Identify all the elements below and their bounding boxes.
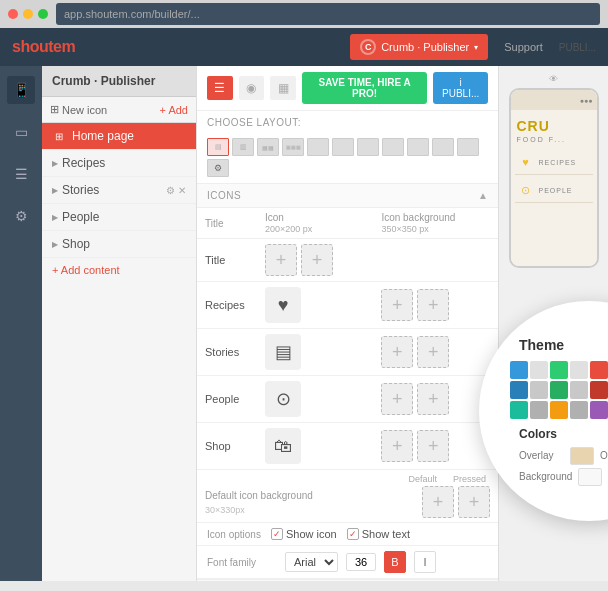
sidebar-item-phone[interactable]: 📱 [7, 76, 35, 104]
color-swatch[interactable] [510, 381, 528, 399]
image-layout-button[interactable]: ▦ [270, 76, 296, 100]
color-swatch[interactable] [530, 381, 548, 399]
layout-thumb-5[interactable] [307, 138, 329, 156]
table-row: Title + + [197, 239, 498, 282]
color-swatch[interactable] [570, 361, 588, 379]
pressed-label: Pressed [453, 474, 486, 484]
arrow-icon: ▶ [52, 213, 58, 222]
overlay-swatch[interactable] [570, 447, 594, 465]
row-shop-icon-cell: 🛍 [257, 423, 373, 470]
show-icon-checkbox[interactable]: ✓ [271, 528, 283, 540]
settings-icon[interactable]: ⚙ [166, 185, 175, 196]
circle-layout-button[interactable]: ◉ [239, 76, 265, 100]
add-button[interactable]: + Add [160, 104, 188, 116]
color-swatch[interactable] [550, 401, 568, 419]
arrow-icon: ▶ [52, 159, 58, 168]
add-icon-button[interactable]: + [381, 289, 413, 321]
default-add-button[interactable]: + [422, 486, 454, 518]
color-swatch[interactable] [570, 381, 588, 399]
color-swatch[interactable] [550, 361, 568, 379]
sidebar-item-menu[interactable]: ☰ [7, 160, 35, 188]
add-icon-button[interactable]: + [381, 430, 413, 462]
layout-thumb-8[interactable] [382, 138, 404, 156]
stories-icon[interactable]: ▤ [265, 334, 301, 370]
minimize-button[interactable] [23, 9, 33, 19]
close-button[interactable] [8, 9, 18, 19]
extra-link[interactable]: PUBLI... [559, 42, 596, 53]
default-label: Default [408, 474, 437, 484]
layout-thumb-7[interactable] [357, 138, 379, 156]
add-bg-button[interactable]: + [417, 383, 449, 415]
italic-button[interactable]: I [414, 551, 436, 573]
show-icon-option[interactable]: ✓ Show icon [271, 528, 337, 540]
add-content-link[interactable]: + Add content [42, 258, 196, 282]
layout-thumb-1[interactable]: ▤ [207, 138, 229, 156]
row-people-icon-cell: ⊙ [257, 376, 373, 423]
add-bg-button[interactable]: + [417, 336, 449, 368]
list-layout-button[interactable]: ☰ [207, 76, 233, 100]
default-bg-add-group: + + [422, 486, 490, 518]
phone-frame: ●●● CRU FOOD F... ♥ RECIPES ⊙ PEOPLE [509, 88, 599, 268]
nav-item-story-actions: ⚙ ✕ [166, 185, 186, 196]
row-title-bg-cell [373, 239, 498, 282]
color-swatch[interactable] [590, 401, 608, 419]
nav-item-people[interactable]: ▶ People [42, 204, 196, 231]
heart-icon[interactable]: ♥ [265, 287, 301, 323]
color-swatch[interactable] [590, 361, 608, 379]
nav-item-homepage[interactable]: ⊞ Home page [42, 123, 196, 150]
show-text-checkbox[interactable]: ✓ [347, 528, 359, 540]
color-swatch[interactable] [510, 401, 528, 419]
row-recipes-label: Recipes [197, 282, 257, 329]
layout-thumb-9[interactable] [407, 138, 429, 156]
add-bg-button[interactable]: + [417, 430, 449, 462]
phone-menu-item-people: ⊙ PEOPLE [515, 178, 593, 203]
default-pressed-button[interactable]: + [458, 486, 490, 518]
add-bg-button[interactable]: + [301, 244, 333, 276]
publish-button[interactable]: i PUBLI... [433, 72, 488, 104]
left-sidebar: 📱 ▭ ☰ ⚙ [0, 66, 42, 581]
nav-actions: ⊞ New icon + Add [42, 97, 196, 123]
color-swatch[interactable] [530, 401, 548, 419]
close-icon[interactable]: ✕ [178, 185, 186, 196]
color-swatch[interactable] [510, 361, 528, 379]
nav-item-recipes[interactable]: ▶ Recipes [42, 150, 196, 177]
maximize-button[interactable] [38, 9, 48, 19]
table-row: Stories ▤ + + [197, 329, 498, 376]
add-icon-button[interactable]: + [381, 336, 413, 368]
shop-icon[interactable]: 🛍 [265, 428, 301, 464]
add-bg-button[interactable]: + [417, 289, 449, 321]
add-icon-button[interactable]: + [265, 244, 297, 276]
layout-thumb-2[interactable]: ▥ [232, 138, 254, 156]
layout-thumb-4[interactable]: ▦▦▦ [282, 138, 304, 156]
nav-item-stories[interactable]: ▶ Stories ⚙ ✕ [42, 177, 196, 204]
crumb-publisher-button[interactable]: C Crumb · Publisher ▾ [350, 34, 488, 60]
save-hire-button[interactable]: SAVE TIME, HIRE A PRO! [302, 72, 427, 104]
icon-col-header: Icon 200×200 px [257, 208, 373, 239]
sidebar-item-settings[interactable]: ⚙ [7, 202, 35, 230]
support-link[interactable]: Support [504, 41, 543, 53]
color-swatch[interactable] [570, 401, 588, 419]
show-text-option[interactable]: ✓ Show text [347, 528, 410, 540]
sidebar-item-tablet[interactable]: ▭ [7, 118, 35, 146]
font-size-input[interactable] [346, 553, 376, 571]
person-icon[interactable]: ⊙ [265, 381, 301, 417]
font-family-select[interactable]: Arial [285, 552, 338, 572]
nav-item-shop[interactable]: ▶ Shop [42, 231, 196, 258]
phone-recipes-label: RECIPES [539, 159, 577, 166]
color-swatch[interactable] [590, 381, 608, 399]
background-swatch[interactable] [578, 468, 602, 486]
bold-button[interactable]: B [384, 551, 406, 573]
layout-thumb-gear[interactable]: ⚙ [207, 159, 229, 177]
row-people-label: People [197, 376, 257, 423]
icons-table: Title Icon 200×200 px Icon background 35… [197, 208, 498, 470]
color-swatch[interactable] [550, 381, 568, 399]
color-swatch[interactable] [530, 361, 548, 379]
layout-thumb-6[interactable] [332, 138, 354, 156]
phone-menu-item-recipes: ♥ RECIPES [515, 150, 593, 175]
add-icon-button[interactable]: + [381, 383, 413, 415]
collapse-icon[interactable]: ▲ [478, 190, 488, 201]
new-icon-button[interactable]: ⊞ New icon [50, 103, 107, 116]
layout-thumb-10[interactable] [432, 138, 454, 156]
layout-thumb-3[interactable]: ▦▦ [257, 138, 279, 156]
layout-thumb-11[interactable] [457, 138, 479, 156]
